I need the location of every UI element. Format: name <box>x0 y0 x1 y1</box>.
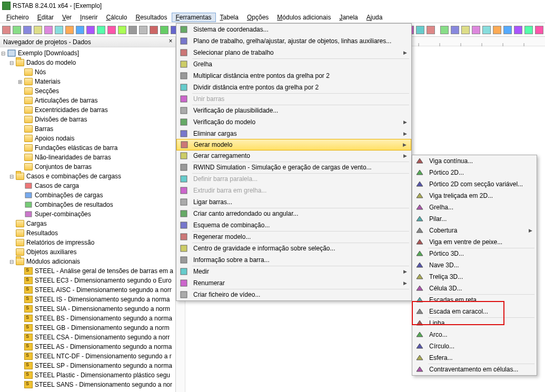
tree-addon-10[interactable]: STEEL SP - Dimensionamento segundo a nor… <box>0 361 175 370</box>
tree-sf-3[interactable]: Objetos auxiliares <box>0 247 175 257</box>
tree-case-1[interactable]: Combinações de cargas <box>0 190 175 200</box>
menu-ferramentas[interactable]: Ferramentas <box>172 13 216 22</box>
toolbar-button-44[interactable] <box>471 24 481 36</box>
menu-item-18[interactable]: Regenerar modelo... <box>176 231 411 243</box>
submenu-item-9[interactable]: Nave 3D... <box>412 259 537 271</box>
menu-ajuda[interactable]: Ajuda <box>362 13 387 22</box>
tree-md-6[interactable]: Barras <box>0 124 175 134</box>
tree-root[interactable]: ⊟Exemplo [Downloads] <box>0 48 175 58</box>
submenu-item-13[interactable]: Escada em caracol... <box>412 306 537 317</box>
menu-item-15[interactable]: Ligar barras... <box>176 196 411 208</box>
tree-addon-9[interactable]: STEEL NTC-DF - Dimensionamento segundo a… <box>0 351 175 361</box>
tree-sf-1[interactable]: Resultados <box>0 228 175 238</box>
toolbar-button-0[interactable] <box>2 24 11 36</box>
menu-opes[interactable]: Opções <box>243 13 273 22</box>
toolbar-button-6[interactable] <box>65 24 74 36</box>
tree-md-2[interactable]: Secções <box>0 86 175 96</box>
menu-resultados[interactable]: Resultados <box>131 13 171 22</box>
tree-addon-5[interactable]: STEEL BS - Dimensionamento segundo a nor… <box>0 314 175 323</box>
toolbar-button-46[interactable] <box>492 24 502 36</box>
submenu-item-0[interactable]: Viga contínua... <box>412 155 537 167</box>
menu-mdulosadicionais[interactable]: Módulos adicionais <box>273 13 335 22</box>
menu-item-20[interactable]: Informação sobre a barra... <box>176 254 411 266</box>
menu-tabela[interactable]: Tabela <box>216 13 243 22</box>
tree-addon-12[interactable]: STEEL SANS - Dimensionamento segundo a n… <box>0 380 175 389</box>
tree-md-7[interactable]: Apoios nodais <box>0 134 175 143</box>
close-icon[interactable]: × <box>167 38 174 45</box>
tree-md-1[interactable]: ⊞Materiais <box>0 77 175 86</box>
menu-item-7[interactable]: Verificação de plausibilidade... <box>176 105 411 116</box>
menu-item-5[interactable]: Dividir distância entre pontos da grelha… <box>176 82 411 93</box>
toolbar-button-50[interactable] <box>534 24 544 36</box>
toolbar-button-7[interactable] <box>75 24 85 36</box>
tree-model-data[interactable]: ⊟Dados do modelo <box>0 58 175 67</box>
tree-cases[interactable]: ⊟Casos e combinações de cargass <box>0 172 175 181</box>
menu-inserir[interactable]: Inserir <box>76 13 102 22</box>
menu-item-22[interactable]: Renumerar▶ <box>176 277 411 289</box>
menu-ver[interactable]: Ver <box>58 13 76 22</box>
tree-md-0[interactable]: Nós <box>0 67 175 77</box>
menu-bar[interactable]: FicheiroEditarVerInserirCálculoResultado… <box>0 12 545 23</box>
submenu-item-2[interactable]: Pórtico 2D com secção variável... <box>412 178 537 190</box>
menu-item-4[interactable]: Multiplicar distância entre pontos da gr… <box>176 70 411 82</box>
submenu-item-16[interactable]: Círculo... <box>412 340 537 352</box>
toolbar-button-8[interactable] <box>86 24 95 36</box>
menu-ficheiro[interactable]: Ficheiro <box>2 13 33 22</box>
toolbar-button-43[interactable] <box>461 24 470 36</box>
tree-md-8[interactable]: Fundações elásticas de barra <box>0 143 175 153</box>
submenu-item-10[interactable]: Treliça 3D... <box>412 271 537 283</box>
tree-md-3[interactable]: Articulações de barras <box>0 96 175 105</box>
toolbar-button-3[interactable] <box>33 24 43 36</box>
toolbar-button-47[interactable] <box>503 24 512 36</box>
menu-item-10[interactable]: Gerar modelo▶ <box>176 139 411 150</box>
menu-ferramentas-dropdown[interactable]: Sistema de coordenadas...Plano de trabal… <box>176 23 412 301</box>
toolbar-button-12[interactable] <box>128 24 137 36</box>
toolbar-button-14[interactable] <box>149 24 158 36</box>
submenu-item-15[interactable]: Arco... <box>412 329 537 340</box>
tree-addon-1[interactable]: STEEL EC3 - Dimensionamento segundo o Eu… <box>0 276 175 285</box>
menu-item-16[interactable]: Criar canto arredondado ou angular... <box>176 208 411 219</box>
submenu-item-7[interactable]: Viga em ventre de peixe... <box>412 236 537 248</box>
tree-md-4[interactable]: Excentricidades de barras <box>0 105 175 115</box>
toolbar-button-5[interactable] <box>54 24 64 36</box>
submenu-item-12[interactable]: Escadas em reta... <box>412 294 537 306</box>
menu-item-2[interactable]: Selecionar plano de trabalho▶ <box>176 47 411 58</box>
toolbar-button-39[interactable] <box>415 24 425 36</box>
toolbar-button-48[interactable] <box>513 24 523 36</box>
toolbar-button-40[interactable] <box>426 24 435 36</box>
menu-item-3[interactable]: Grelha <box>176 58 411 70</box>
submenu-item-4[interactable]: Grelha... <box>412 202 537 213</box>
menu-item-0[interactable]: Sistema de coordenadas... <box>176 24 411 35</box>
submenu-item-11[interactable]: Célula 3D... <box>412 283 537 294</box>
submenu-item-1[interactable]: Pórtico 2D... <box>412 167 537 178</box>
menu-item-1[interactable]: Plano de trabalho, grelha/ajustar, ajust… <box>176 35 411 47</box>
submenu-item-3[interactable]: Viga treliçada em 2D... <box>412 190 537 202</box>
tree-addon-11[interactable]: STEEL Plastic - Dimensionamento plástico… <box>0 370 175 380</box>
tree-md-10[interactable]: Conjuntos de barras <box>0 162 175 172</box>
toolbar-button-9[interactable] <box>96 24 106 36</box>
tree-sf-0[interactable]: Cargas <box>0 219 175 228</box>
submenu-item-14[interactable]: Linha... <box>412 317 537 329</box>
submenu-item-8[interactable]: Pórtico 3D... <box>412 248 537 259</box>
submenu-gerar-modelo[interactable]: Viga contínua...Pórtico 2D...Pórtico 2D … <box>412 155 537 376</box>
tree-md-9[interactable]: Não-linearidades de barras <box>0 153 175 162</box>
tree-case-2[interactable]: Combinações de resultados <box>0 200 175 209</box>
menu-item-9[interactable]: Eliminar cargas▶ <box>176 128 411 139</box>
toolbar-button-13[interactable] <box>138 24 148 36</box>
menu-item-21[interactable]: Medir▶ <box>176 266 411 277</box>
toolbar-button-4[interactable] <box>44 24 53 36</box>
toolbar-button-49[interactable] <box>524 24 533 36</box>
submenu-item-6[interactable]: Cobertura▶ <box>412 225 537 236</box>
menu-item-19[interactable]: Centro de gravidade e informação sobre s… <box>176 243 411 254</box>
tree-md-5[interactable]: Divisões de barras <box>0 115 175 124</box>
menu-janela[interactable]: Janela <box>335 13 362 22</box>
navigator-tree[interactable]: ⊟Exemplo [Downloads]⊟Dados do modeloNós⊞… <box>0 47 175 392</box>
toolbar-button-15[interactable] <box>160 24 169 36</box>
tree-case-0[interactable]: Casos de carga <box>0 181 175 190</box>
toolbar-button-1[interactable] <box>12 24 22 36</box>
tree-addon-6[interactable]: STEEL GB - Dimensionamento segundo a nor… <box>0 323 175 333</box>
menu-clculo[interactable]: Cálculo <box>102 13 131 22</box>
tree-addon-4[interactable]: STEEL SIA - Dimensionamento segundo a no… <box>0 304 175 314</box>
tree-addon-8[interactable]: STEEL AS - Dimensionamento segundo a nor… <box>0 342 175 351</box>
tree-case-3[interactable]: Super-combinações <box>0 209 175 219</box>
